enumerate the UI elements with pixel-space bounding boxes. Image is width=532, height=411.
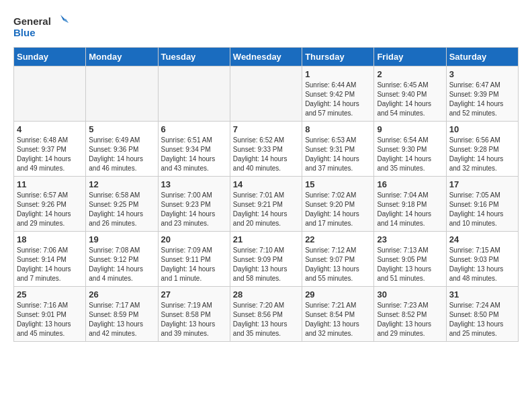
calendar-cell: 24Sunrise: 7:15 AM Sunset: 9:03 PM Dayli… xyxy=(446,232,518,287)
calendar-cell: 15Sunrise: 7:02 AM Sunset: 9:20 PM Dayli… xyxy=(302,177,374,232)
calendar-week-row: 1Sunrise: 6:44 AM Sunset: 9:42 PM Daylig… xyxy=(14,66,519,122)
day-of-week-header: Wednesday xyxy=(230,48,302,66)
day-number: 1 xyxy=(305,69,371,79)
day-number: 8 xyxy=(305,124,371,134)
day-info: Sunrise: 7:21 AM Sunset: 8:54 PM Dayligh… xyxy=(305,301,371,338)
day-number: 7 xyxy=(233,124,299,134)
day-number: 2 xyxy=(377,69,443,79)
calendar-week-row: 25Sunrise: 7:16 AM Sunset: 9:01 PM Dayli… xyxy=(14,287,519,342)
calendar-cell: 31Sunrise: 7:24 AM Sunset: 8:50 PM Dayli… xyxy=(446,287,518,342)
calendar-cell xyxy=(158,66,230,122)
day-info: Sunrise: 6:44 AM Sunset: 9:42 PM Dayligh… xyxy=(305,81,371,118)
day-info: Sunrise: 7:23 AM Sunset: 8:52 PM Dayligh… xyxy=(377,301,443,338)
logo: GeneralBlue xyxy=(13,13,94,40)
day-info: Sunrise: 7:10 AM Sunset: 9:09 PM Dayligh… xyxy=(233,246,299,283)
calendar-week-row: 4Sunrise: 6:48 AM Sunset: 9:37 PM Daylig… xyxy=(14,122,519,177)
day-number: 12 xyxy=(89,179,154,189)
calendar-cell xyxy=(86,66,158,122)
day-number: 27 xyxy=(161,289,227,300)
calendar-cell: 28Sunrise: 7:20 AM Sunset: 8:56 PM Dayli… xyxy=(230,287,302,342)
day-number: 3 xyxy=(449,69,515,79)
day-number: 24 xyxy=(449,234,515,244)
day-of-week-header: Thursday xyxy=(302,48,374,66)
calendar-cell: 23Sunrise: 7:13 AM Sunset: 9:05 PM Dayli… xyxy=(374,232,446,287)
day-number: 4 xyxy=(17,124,83,134)
calendar-cell: 11Sunrise: 6:57 AM Sunset: 9:26 PM Dayli… xyxy=(14,177,86,232)
day-number: 23 xyxy=(377,234,443,244)
day-number: 16 xyxy=(377,179,443,189)
day-info: Sunrise: 6:48 AM Sunset: 9:37 PM Dayligh… xyxy=(17,136,83,173)
day-number: 28 xyxy=(233,289,299,300)
calendar-cell: 5Sunrise: 6:49 AM Sunset: 9:36 PM Daylig… xyxy=(86,122,158,177)
day-info: Sunrise: 6:53 AM Sunset: 9:31 PM Dayligh… xyxy=(305,136,371,173)
day-info: Sunrise: 6:58 AM Sunset: 9:25 PM Dayligh… xyxy=(89,191,154,228)
calendar-cell: 18Sunrise: 7:06 AM Sunset: 9:14 PM Dayli… xyxy=(14,232,86,287)
day-number: 9 xyxy=(377,124,443,134)
day-info: Sunrise: 7:13 AM Sunset: 9:05 PM Dayligh… xyxy=(377,246,443,283)
day-of-week-header: Monday xyxy=(86,48,158,66)
page-header: GeneralBlue xyxy=(13,13,519,40)
day-number: 15 xyxy=(305,179,371,189)
day-number: 26 xyxy=(89,289,154,300)
day-info: Sunrise: 6:49 AM Sunset: 9:36 PM Dayligh… xyxy=(89,136,154,173)
day-number: 20 xyxy=(161,234,227,244)
calendar-cell: 3Sunrise: 6:47 AM Sunset: 9:39 PM Daylig… xyxy=(446,66,518,122)
calendar-cell: 12Sunrise: 6:58 AM Sunset: 9:25 PM Dayli… xyxy=(86,177,158,232)
calendar-body: 1Sunrise: 6:44 AM Sunset: 9:42 PM Daylig… xyxy=(14,66,519,342)
day-number: 13 xyxy=(161,179,227,189)
calendar-cell: 19Sunrise: 7:08 AM Sunset: 9:12 PM Dayli… xyxy=(86,232,158,287)
day-info: Sunrise: 7:17 AM Sunset: 8:59 PM Dayligh… xyxy=(89,301,154,338)
day-number: 30 xyxy=(377,289,443,300)
calendar-cell: 10Sunrise: 6:56 AM Sunset: 9:28 PM Dayli… xyxy=(446,122,518,177)
calendar-cell: 14Sunrise: 7:01 AM Sunset: 9:21 PM Dayli… xyxy=(230,177,302,232)
day-info: Sunrise: 7:05 AM Sunset: 9:16 PM Dayligh… xyxy=(449,191,515,228)
day-number: 6 xyxy=(161,124,227,134)
day-info: Sunrise: 7:16 AM Sunset: 9:01 PM Dayligh… xyxy=(17,301,83,338)
calendar-cell xyxy=(14,66,86,122)
calendar-cell: 7Sunrise: 6:52 AM Sunset: 9:33 PM Daylig… xyxy=(230,122,302,177)
day-info: Sunrise: 6:57 AM Sunset: 9:26 PM Dayligh… xyxy=(17,191,83,228)
calendar-cell: 25Sunrise: 7:16 AM Sunset: 9:01 PM Dayli… xyxy=(14,287,86,342)
days-of-week-row: SundayMondayTuesdayWednesdayThursdayFrid… xyxy=(14,48,519,66)
calendar-cell: 21Sunrise: 7:10 AM Sunset: 9:09 PM Dayli… xyxy=(230,232,302,287)
day-info: Sunrise: 7:02 AM Sunset: 9:20 PM Dayligh… xyxy=(305,191,371,228)
day-number: 14 xyxy=(233,179,299,189)
day-number: 25 xyxy=(17,289,83,300)
calendar-cell: 30Sunrise: 7:23 AM Sunset: 8:52 PM Dayli… xyxy=(374,287,446,342)
day-info: Sunrise: 7:15 AM Sunset: 9:03 PM Dayligh… xyxy=(449,246,515,283)
calendar-cell: 1Sunrise: 6:44 AM Sunset: 9:42 PM Daylig… xyxy=(302,66,374,122)
calendar-cell: 16Sunrise: 7:04 AM Sunset: 9:18 PM Dayli… xyxy=(374,177,446,232)
svg-text:General: General xyxy=(13,15,51,27)
day-info: Sunrise: 7:09 AM Sunset: 9:11 PM Dayligh… xyxy=(161,246,227,283)
calendar-cell: 8Sunrise: 6:53 AM Sunset: 9:31 PM Daylig… xyxy=(302,122,374,177)
calendar-header: SundayMondayTuesdayWednesdayThursdayFrid… xyxy=(14,48,519,66)
calendar-cell: 20Sunrise: 7:09 AM Sunset: 9:11 PM Dayli… xyxy=(158,232,230,287)
day-of-week-header: Saturday xyxy=(446,48,518,66)
calendar-cell: 2Sunrise: 6:45 AM Sunset: 9:40 PM Daylig… xyxy=(374,66,446,122)
calendar-cell: 13Sunrise: 7:00 AM Sunset: 9:23 PM Dayli… xyxy=(158,177,230,232)
day-info: Sunrise: 7:04 AM Sunset: 9:18 PM Dayligh… xyxy=(377,191,443,228)
day-number: 10 xyxy=(449,124,515,134)
calendar-cell: 22Sunrise: 7:12 AM Sunset: 9:07 PM Dayli… xyxy=(302,232,374,287)
calendar-cell: 17Sunrise: 7:05 AM Sunset: 9:16 PM Dayli… xyxy=(446,177,518,232)
day-number: 5 xyxy=(89,124,154,134)
day-info: Sunrise: 6:52 AM Sunset: 9:33 PM Dayligh… xyxy=(233,136,299,173)
day-info: Sunrise: 7:08 AM Sunset: 9:12 PM Dayligh… xyxy=(89,246,154,283)
day-number: 22 xyxy=(305,234,371,244)
day-number: 19 xyxy=(89,234,154,244)
calendar-week-row: 11Sunrise: 6:57 AM Sunset: 9:26 PM Dayli… xyxy=(14,177,519,232)
day-info: Sunrise: 7:20 AM Sunset: 8:56 PM Dayligh… xyxy=(233,301,299,338)
calendar-cell: 26Sunrise: 7:17 AM Sunset: 8:59 PM Dayli… xyxy=(86,287,158,342)
day-info: Sunrise: 7:01 AM Sunset: 9:21 PM Dayligh… xyxy=(233,191,299,228)
day-number: 29 xyxy=(305,289,371,300)
day-of-week-header: Tuesday xyxy=(158,48,230,66)
logo-icon: GeneralBlue xyxy=(13,13,94,40)
day-info: Sunrise: 7:24 AM Sunset: 8:50 PM Dayligh… xyxy=(449,301,515,338)
day-number: 21 xyxy=(233,234,299,244)
day-info: Sunrise: 7:00 AM Sunset: 9:23 PM Dayligh… xyxy=(161,191,227,228)
calendar-table: SundayMondayTuesdayWednesdayThursdayFrid… xyxy=(13,47,519,342)
day-info: Sunrise: 6:56 AM Sunset: 9:28 PM Dayligh… xyxy=(449,136,515,173)
day-info: Sunrise: 6:45 AM Sunset: 9:40 PM Dayligh… xyxy=(377,81,443,118)
calendar-cell: 29Sunrise: 7:21 AM Sunset: 8:54 PM Dayli… xyxy=(302,287,374,342)
day-number: 18 xyxy=(17,234,83,244)
